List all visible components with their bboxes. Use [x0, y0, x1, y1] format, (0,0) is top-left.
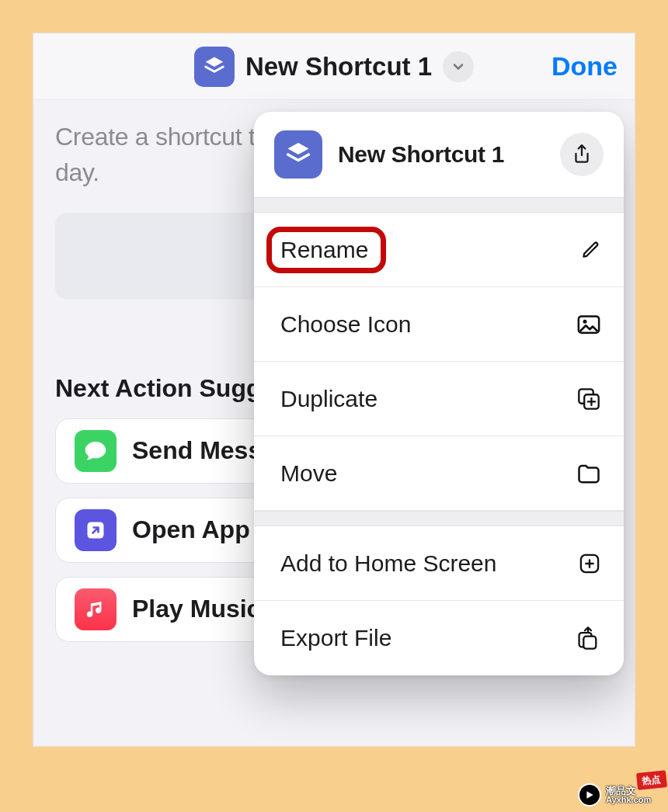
menu-label: Add to Home Screen — [280, 550, 496, 577]
image-icon — [577, 314, 600, 335]
messages-app-icon — [75, 430, 117, 472]
menu-label: Export File — [280, 625, 391, 651]
open-app-icon — [75, 509, 117, 551]
watermark-domain: Ayxhk.com — [606, 796, 651, 804]
highlight-annotation — [266, 227, 386, 273]
menu-choose-icon[interactable]: Choose Icon — [254, 287, 624, 362]
menu-label: Choose Icon — [280, 311, 411, 338]
popover-separator — [254, 511, 624, 526]
duplicate-icon — [577, 387, 600, 411]
shortcut-options-popover: New Shortcut 1 Rename Choose Icon Dupli — [254, 112, 624, 675]
pencil-icon — [580, 240, 600, 260]
folder-icon — [577, 463, 600, 484]
popover-title: New Shortcut 1 — [338, 141, 504, 168]
editor-frame: New Shortcut 1 Done Create a shortcut to… — [33, 33, 635, 747]
export-icon — [576, 626, 600, 651]
suggestion-label: Play Music — [132, 595, 260, 623]
watermark-badge: 热点 — [636, 770, 667, 790]
shortcut-app-icon — [274, 130, 322, 179]
popover-separator — [254, 197, 624, 213]
music-app-icon — [75, 588, 117, 630]
chevron-down-icon — [451, 59, 466, 75]
title-menu-button[interactable] — [443, 51, 474, 82]
menu-rename[interactable]: Rename — [254, 213, 624, 287]
shortcut-title[interactable]: New Shortcut 1 — [245, 52, 432, 82]
navbar: New Shortcut 1 Done — [33, 33, 635, 100]
share-button[interactable] — [560, 133, 604, 176]
menu-add-home[interactable]: Add to Home Screen — [254, 526, 624, 601]
svg-rect-7 — [583, 637, 596, 649]
menu-export-file[interactable]: Export File — [254, 601, 624, 675]
navbar-title-group: New Shortcut 1 — [33, 47, 635, 87]
menu-label: Duplicate — [280, 386, 377, 412]
popover-header: New Shortcut 1 — [254, 112, 624, 197]
menu-duplicate[interactable]: Duplicate — [254, 362, 624, 436]
shortcut-app-icon — [194, 47, 235, 87]
add-square-icon — [579, 553, 600, 574]
menu-label: Move — [280, 460, 337, 487]
source-watermark: 潮品文 Ayxhk.com 热点 — [575, 778, 668, 812]
done-button[interactable]: Done — [551, 51, 618, 82]
menu-move[interactable]: Move — [254, 436, 624, 511]
svg-point-2 — [583, 319, 587, 323]
suggestion-label: Open App — [132, 515, 250, 544]
play-icon — [578, 783, 601, 807]
share-icon — [572, 144, 592, 165]
